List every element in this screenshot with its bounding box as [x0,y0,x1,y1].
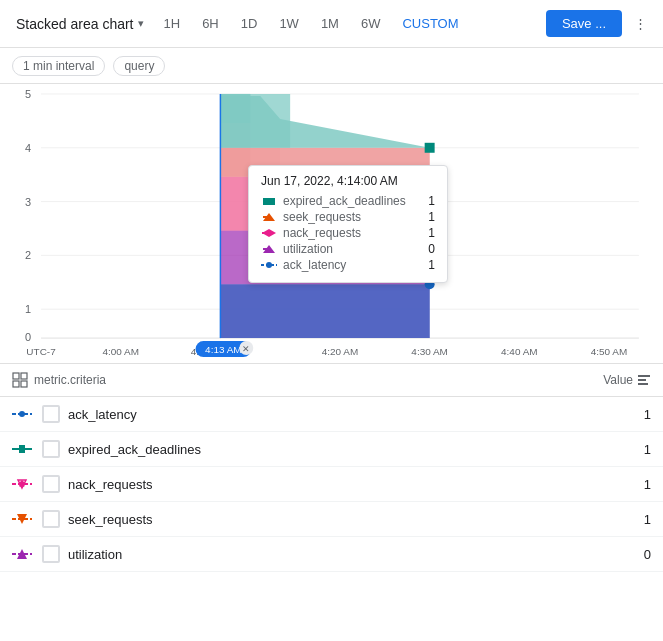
save-button[interactable]: Save ... [546,10,622,37]
svg-text:0: 0 [25,331,31,343]
svg-text:4:20 AM: 4:20 AM [322,346,359,357]
tooltip-val-nack: 1 [428,226,435,240]
query-chip[interactable]: query [113,56,165,76]
time-custom-button[interactable]: CUSTOM [394,12,466,35]
svg-rect-39 [425,143,435,153]
tooltip-val-ack: 1 [428,258,435,272]
ack-latency-label: ack_latency [68,407,591,422]
svg-text:4:50 AM: 4:50 AM [591,346,628,357]
tooltip-label-ack: ack_latency [283,258,422,272]
ack-latency-checkbox[interactable] [42,405,60,423]
time-6h-button[interactable]: 6H [194,12,227,35]
svg-text:4:30 AM: 4:30 AM [411,346,448,357]
svg-rect-52 [13,373,19,379]
expired-ack-checkbox[interactable] [42,440,60,458]
seek-req-icon [261,212,277,222]
utilization-row-icon [12,548,36,560]
tooltip-label-nack: nack_requests [283,226,422,240]
tooltip-label-expired: expired_ack_deadlines [283,194,422,208]
table-row[interactable]: utilization 0 [0,537,663,572]
nack-req-value: 1 [591,477,651,492]
svg-text:4: 4 [25,142,31,154]
svg-text:4:00 AM: 4:00 AM [102,346,139,357]
tooltip: Jun 17, 2022, 4:14:00 AM expired_ack_dea… [248,165,448,283]
svg-rect-56 [638,375,650,377]
svg-rect-54 [13,381,19,387]
expired-ack-label: expired_ack_deadlines [68,442,591,457]
svg-text:5: 5 [25,88,31,100]
svg-marker-33 [220,96,429,148]
value-column-header: Value [591,373,651,387]
svg-rect-43 [263,198,275,205]
tooltip-row-utilization: utilization 0 [261,242,435,256]
table-row[interactable]: ack_latency 1 [0,397,663,432]
svg-text:2: 2 [25,249,31,261]
svg-text:✕: ✕ [242,344,250,354]
nack-req-row-icon [12,478,36,490]
table-header: metric.criteria Value [0,364,663,397]
time-1m-button[interactable]: 1M [313,12,347,35]
tooltip-row-nack: nack_requests 1 [261,226,435,240]
svg-marker-29 [220,284,429,338]
chart-title-button[interactable]: Stacked area chart ▾ [10,12,150,36]
table-row[interactable]: expired_ack_deadlines 1 [0,432,663,467]
nack-req-label: nack_requests [68,477,591,492]
subheader: 1 min interval query [0,48,663,84]
time-1h-button[interactable]: 1H [156,12,189,35]
utilization-icon [261,244,277,254]
utilization-value: 0 [591,547,651,562]
svg-rect-55 [21,381,27,387]
utilization-label: utilization [68,547,591,562]
svg-rect-57 [638,379,646,381]
tooltip-row-ack: ack_latency 1 [261,258,435,272]
ack-latency-value: 1 [591,407,651,422]
utilization-checkbox[interactable] [42,545,60,563]
ack-latency-row-icon [12,408,36,420]
value-column-label: Value [603,373,633,387]
expired-ack-value: 1 [591,442,651,457]
seek-req-checkbox[interactable] [42,510,60,528]
ack-latency-icon [261,260,277,270]
svg-text:UTC-7: UTC-7 [26,346,56,357]
seek-req-value: 1 [591,512,651,527]
interval-chip[interactable]: 1 min interval [12,56,105,76]
dropdown-icon: ▾ [138,17,144,30]
tooltip-val-seek: 1 [428,210,435,224]
toolbar: Stacked area chart ▾ 1H 6H 1D 1W 1M 6W C… [0,0,663,48]
tooltip-val-utilization: 0 [428,242,435,256]
svg-rect-62 [19,445,25,453]
metric-grid-icon [12,372,28,388]
more-options-button[interactable]: ⋮ [628,12,653,35]
metric-column-label: metric.criteria [34,373,106,387]
svg-point-60 [19,411,25,417]
time-1w-button[interactable]: 1W [271,12,307,35]
metric-column-header: metric.criteria [12,372,591,388]
nack-req-checkbox[interactable] [42,475,60,493]
table-row[interactable]: seek_requests 1 [0,502,663,537]
expired-ack-row-icon [12,443,36,455]
chart-title-label: Stacked area chart [16,16,134,32]
seek-req-row-icon [12,513,36,525]
time-1d-button[interactable]: 1D [233,12,266,35]
tooltip-date: Jun 17, 2022, 4:14:00 AM [261,174,435,188]
svg-point-51 [266,262,272,268]
column-options-icon[interactable] [637,373,651,387]
metrics-table: metric.criteria Value ack_latency 1 [0,364,663,641]
svg-text:3: 3 [25,196,31,208]
nack-req-icon [261,228,277,238]
time-6w-button[interactable]: 6W [353,12,389,35]
tooltip-row-seek: seek_requests 1 [261,210,435,224]
seek-req-label: seek_requests [68,512,591,527]
tooltip-label-utilization: utilization [283,242,422,256]
tooltip-label-seek: seek_requests [283,210,422,224]
svg-rect-58 [638,383,648,385]
svg-text:4:13 AM: 4:13 AM [205,344,242,355]
tooltip-row-expired: expired_ack_deadlines 1 [261,194,435,208]
table-row[interactable]: nack_requests 1 [0,467,663,502]
tooltip-val-expired: 1 [428,194,435,208]
expired-ack-icon [261,196,277,206]
svg-text:1: 1 [25,303,31,315]
svg-text:4:40 AM: 4:40 AM [501,346,538,357]
svg-rect-53 [21,373,27,379]
